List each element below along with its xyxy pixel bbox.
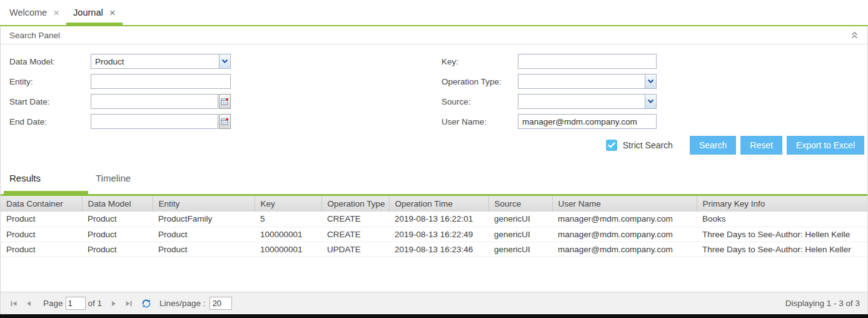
last-page-button[interactable] — [123, 298, 134, 309]
date-picker-button[interactable] — [219, 94, 231, 109]
next-page-icon — [109, 299, 118, 308]
column-header[interactable]: Primary Key Info — [697, 196, 867, 212]
last-page-icon — [124, 299, 133, 308]
table-cell: UPDATE — [321, 242, 389, 257]
key-input[interactable] — [518, 54, 657, 69]
table-row[interactable]: ProductProductProduct100000001CREATE2019… — [1, 227, 867, 242]
table-cell: Product — [82, 212, 153, 227]
end-date-input[interactable] — [91, 114, 218, 129]
prev-page-icon — [24, 299, 33, 308]
operation-type-select[interactable] — [518, 74, 657, 89]
table-cell: CREATE — [321, 212, 389, 227]
source-label: Source: — [442, 97, 518, 106]
source-select[interactable] — [518, 94, 657, 109]
strict-search-checkbox[interactable] — [606, 140, 617, 151]
reset-button[interactable]: Reset — [740, 136, 782, 155]
search-panel-header: Search Panel — [1, 26, 867, 44]
column-header[interactable]: Key — [255, 196, 321, 212]
table-header-row: Data ContainerData ModelEntityKeyOperati… — [1, 196, 867, 212]
table-cell: manager@mdm.company.com — [552, 227, 697, 242]
chevron-down-icon — [647, 79, 654, 84]
start-date-row: Start Date: — [9, 94, 231, 109]
table-cell: Product — [1, 242, 82, 257]
tab-results[interactable]: Results — [4, 162, 88, 194]
table-cell: 100000001 — [255, 227, 321, 242]
table-cell: genericUI — [488, 227, 552, 242]
search-button[interactable]: Search — [690, 136, 736, 155]
refresh-button[interactable] — [141, 298, 152, 309]
page-label: Page — [43, 299, 63, 308]
table-cell: manager@mdm.company.com — [552, 242, 697, 257]
table-cell: genericUI — [488, 242, 552, 257]
results-table: Data ContainerData ModelEntityKeyOperati… — [1, 196, 867, 257]
table-row[interactable]: ProductProductProduct100000001UPDATE2019… — [1, 242, 867, 257]
lines-per-page-input[interactable] — [209, 297, 232, 310]
dropdown-button[interactable] — [219, 54, 230, 68]
search-actions: Strict Search Search Reset Export to Exc… — [606, 136, 864, 155]
collapse-panel-button[interactable] — [849, 29, 860, 41]
data-model-select[interactable] — [91, 54, 231, 69]
operation-type-row: Operation Type: — [442, 74, 657, 89]
table-cell: ProductFamily — [153, 212, 255, 227]
table-cell: 100000001 — [255, 242, 321, 257]
column-header[interactable]: Data Container — [1, 196, 82, 212]
chevron-down-icon — [221, 59, 228, 64]
prev-page-button[interactable] — [23, 298, 34, 309]
user-name-input[interactable] — [518, 114, 657, 129]
user-name-row: User Name: — [442, 114, 657, 129]
entity-label: Entity: — [9, 77, 91, 86]
lines-per-page-label: Lines/page : — [159, 299, 206, 308]
table-cell: genericUI — [488, 212, 552, 227]
tab-journal[interactable]: Journal × — [66, 0, 123, 25]
column-header[interactable]: Data Model — [82, 196, 153, 212]
column-header[interactable]: Operation Type — [321, 196, 389, 212]
entity-row: Entity: — [9, 74, 231, 89]
date-picker-button[interactable] — [219, 114, 231, 129]
results-tab-bar: Results Timeline — [1, 162, 867, 196]
table-cell: Product — [1, 212, 82, 227]
user-name-label: User Name: — [442, 117, 518, 126]
table-cell: CREATE — [321, 227, 389, 242]
data-model-row: Data Model: — [9, 54, 231, 69]
table-row[interactable]: ProductProductProductFamily5CREATE2019-0… — [1, 212, 867, 227]
key-row: Key: — [442, 54, 657, 69]
column-header[interactable]: Entity — [153, 196, 255, 212]
tab-welcome[interactable]: Welcome × — [3, 0, 66, 25]
entity-input[interactable] — [91, 74, 231, 89]
refresh-icon — [141, 299, 151, 309]
calendar-icon — [221, 118, 229, 126]
tab-timeline[interactable]: Timeline — [88, 162, 131, 194]
first-page-icon — [9, 299, 18, 308]
column-header[interactable]: Operation Time — [389, 196, 488, 212]
end-date-row: End Date: — [9, 114, 231, 129]
page-input[interactable] — [66, 297, 86, 310]
table-cell: 2019-08-13 16:22:49 — [389, 227, 488, 242]
chevron-down-icon — [647, 99, 654, 104]
dropdown-button[interactable] — [645, 95, 656, 108]
data-model-input[interactable] — [91, 54, 218, 68]
first-page-button[interactable] — [8, 298, 19, 309]
source-input[interactable] — [518, 95, 644, 108]
table-cell: Product — [153, 227, 255, 242]
strict-search-toggle[interactable]: Strict Search — [606, 140, 673, 151]
table-cell: 2019-08-13 16:22:01 — [389, 212, 488, 227]
next-page-button[interactable] — [108, 298, 119, 309]
table-cell: Product — [1, 227, 82, 242]
dropdown-button[interactable] — [645, 74, 656, 88]
page-count-label: of 1 — [88, 299, 103, 308]
start-date-input[interactable] — [91, 94, 218, 109]
operation-type-input[interactable] — [518, 74, 644, 88]
column-header[interactable]: Source — [488, 196, 552, 212]
table-cell: 5 — [255, 212, 321, 227]
main-panel: Search Panel Data Model: — [0, 26, 868, 314]
column-header[interactable]: User Name — [552, 196, 697, 212]
close-icon[interactable]: × — [109, 8, 116, 18]
calendar-icon — [221, 98, 229, 106]
table-cell: Three Days to See-Author: Helen Keller — [697, 242, 867, 257]
close-icon[interactable]: × — [53, 8, 59, 18]
table-cell: Product — [82, 227, 153, 242]
end-date-label: End Date: — [9, 117, 91, 126]
tab-welcome-label: Welcome — [9, 8, 47, 18]
search-panel-title: Search Panel — [9, 31, 60, 40]
export-to-excel-button[interactable]: Export to Excel — [787, 136, 864, 155]
